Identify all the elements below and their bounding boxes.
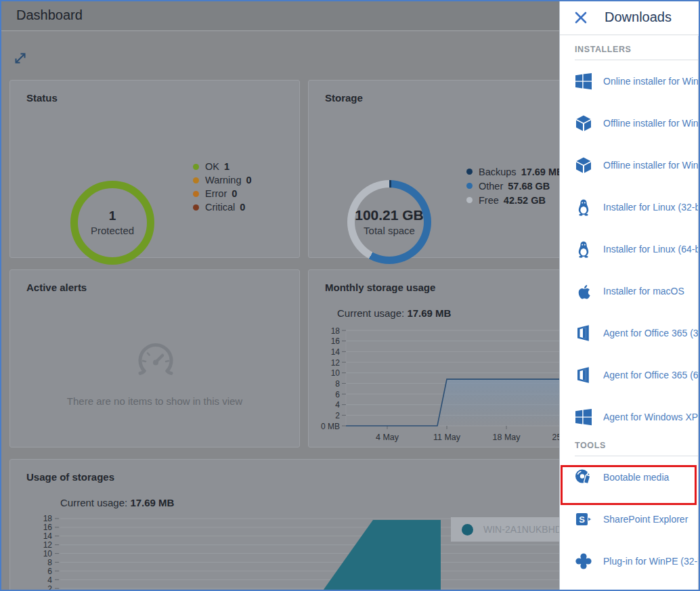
backups-dot xyxy=(466,169,473,175)
svg-text:6: 6 xyxy=(335,390,340,399)
download-item-bootable-media[interactable]: Bootable media xyxy=(560,456,700,498)
status-legend: OK 1 Warning 0 Error 0 Critical 0 xyxy=(193,160,252,214)
status-card: Status 1 Protected OK 1 Warning 0 xyxy=(9,80,300,258)
usage-of-storages-card: Usage of storages Current usage: 17.69 M… xyxy=(9,459,651,591)
svg-text:4: 4 xyxy=(335,400,340,410)
downloads-title: Downloads xyxy=(605,9,672,25)
download-item-office365-32[interactable]: Agent for Office 365 (32-bit) xyxy=(560,312,700,354)
monthly-usage-card: Monthly storage usage Current usage: 17.… xyxy=(308,269,593,447)
legend-row-error: Error 0 xyxy=(193,187,252,200)
storage-card-title: Storage xyxy=(325,92,363,104)
legend-row-other: Other 57.68 GB xyxy=(466,179,564,193)
active-alerts-card: Active alerts There are no items to show… xyxy=(9,269,300,447)
free-dot xyxy=(466,197,473,203)
screenshot-root: Dashboard Status 1 Protected xyxy=(0,0,700,591)
svg-text:16: 16 xyxy=(43,523,53,532)
svg-text:6: 6 xyxy=(47,567,52,576)
svg-text:14: 14 xyxy=(331,347,341,357)
svg-text:18: 18 xyxy=(43,514,53,523)
storage-usage-area xyxy=(318,520,441,591)
gauge-icon xyxy=(134,341,177,382)
cube-icon xyxy=(575,114,592,132)
status-card-title: Status xyxy=(26,92,58,104)
windows-icon xyxy=(575,72,592,90)
legend-row-backups: Backups 17.69 MB xyxy=(466,165,564,179)
download-item-windows-xp[interactable]: Agent for Windows XP xyxy=(560,396,700,438)
download-item-macos[interactable]: Installer for macOS xyxy=(560,270,700,312)
error-dot xyxy=(193,191,199,197)
monthly-usage-chart: 18 16 14 12 10 8 6 4 2 0 MB 4 May 11 May… xyxy=(309,323,593,447)
warning-dot xyxy=(193,177,199,183)
sharepoint-icon: S xyxy=(575,510,592,528)
download-item-linux-32[interactable]: Installer for Linux (32-bit) xyxy=(560,186,700,228)
svg-text:4 May: 4 May xyxy=(376,433,399,442)
svg-text:12: 12 xyxy=(331,358,341,368)
main-region: Dashboard Status 1 Protected xyxy=(0,0,559,591)
page-header: Dashboard xyxy=(0,0,559,31)
svg-text:10: 10 xyxy=(331,368,341,378)
linux-icon xyxy=(575,198,592,216)
close-icon[interactable] xyxy=(573,10,588,25)
legend-row-warning: Warning 0 xyxy=(193,173,252,187)
storage-legend: Backups 17.69 MB Other 57.68 GB Free 42.… xyxy=(466,165,564,207)
protected-count: 1 xyxy=(109,208,116,224)
svg-text:16: 16 xyxy=(331,336,341,346)
svg-text:0 MB: 0 MB xyxy=(321,422,340,431)
expand-arrows-icon[interactable] xyxy=(14,51,27,65)
protected-label: Protected xyxy=(91,224,134,238)
status-donut: 1 Protected xyxy=(70,181,154,265)
storage-card: Storage 100.21 GB Total space Backups 17… xyxy=(308,80,593,258)
storages-current-usage: Current usage: 17.69 MB xyxy=(60,497,174,508)
svg-text:2: 2 xyxy=(335,411,340,420)
active-alerts-title: Active alerts xyxy=(26,282,87,293)
tools-section-label: TOOLS xyxy=(575,441,700,456)
svg-text:8: 8 xyxy=(47,558,52,567)
other-dot xyxy=(466,183,473,189)
download-item-offline-installer-windows-2[interactable]: Offline installer for Windows xyxy=(560,144,700,186)
monthly-current-usage: Current usage: 17.69 MB xyxy=(337,307,451,319)
monthly-area-fill xyxy=(346,379,593,426)
svg-text:12: 12 xyxy=(43,540,53,550)
total-space-value: 100.21 GB xyxy=(355,206,424,224)
svg-text:11 May: 11 May xyxy=(433,433,461,442)
download-item-online-installer-windows[interactable]: Online installer for Windows xyxy=(560,60,700,102)
series-dot xyxy=(462,524,473,535)
page-title: Dashboard xyxy=(16,7,83,23)
office-icon xyxy=(575,324,592,342)
apple-icon xyxy=(575,282,592,300)
legend-row-ok: OK 1 xyxy=(193,160,252,173)
monthly-usage-title: Monthly storage usage xyxy=(325,282,435,293)
svg-text:4: 4 xyxy=(47,575,52,585)
download-item-office365-64[interactable]: Agent for Office 365 (64-bit) xyxy=(560,354,700,396)
download-item-sharepoint-explorer[interactable]: S SharePoint Explorer xyxy=(560,498,700,540)
svg-text:S: S xyxy=(579,515,585,525)
office-icon xyxy=(575,366,592,384)
total-space-label: Total space xyxy=(364,224,415,238)
installers-section-label: INSTALLERS xyxy=(575,45,700,60)
svg-text:10: 10 xyxy=(43,549,53,559)
downloads-panel-header: Downloads xyxy=(560,0,700,35)
download-item-offline-installer-windows-1[interactable]: Offline installer for Windows xyxy=(560,102,700,144)
cube-icon xyxy=(575,156,592,174)
linux-icon xyxy=(575,240,592,258)
usage-of-storages-title: Usage of storages xyxy=(26,471,114,483)
critical-dot xyxy=(193,204,199,211)
bootable-media-icon xyxy=(575,468,592,486)
legend-row-critical: Critical 0 xyxy=(193,200,252,214)
download-item-linux-64[interactable]: Installer for Linux (64-bit) xyxy=(560,228,700,270)
download-item-winpe-plugin[interactable]: Plug-in for WinPE (32-bit) xyxy=(560,540,700,582)
svg-text:8: 8 xyxy=(335,379,340,389)
series-name: WIN-2A1NUKBHD xyxy=(483,524,562,535)
svg-text:2: 2 xyxy=(47,584,52,591)
legend-row-free: Free 42.52 GB xyxy=(466,193,564,207)
svg-text:18 May: 18 May xyxy=(493,433,521,442)
svg-text:14: 14 xyxy=(43,531,53,541)
panel-scrollbar[interactable] xyxy=(698,36,699,591)
storage-donut: 100.21 GB Total space xyxy=(347,180,431,264)
windows-icon xyxy=(575,408,592,426)
svg-text:18: 18 xyxy=(331,326,341,336)
empty-view-message: There are no items to show in this view xyxy=(10,395,299,407)
puzzle-icon xyxy=(575,552,592,570)
downloads-panel: Downloads INSTALLERS Online installer fo… xyxy=(559,0,700,591)
ok-dot xyxy=(193,164,199,170)
